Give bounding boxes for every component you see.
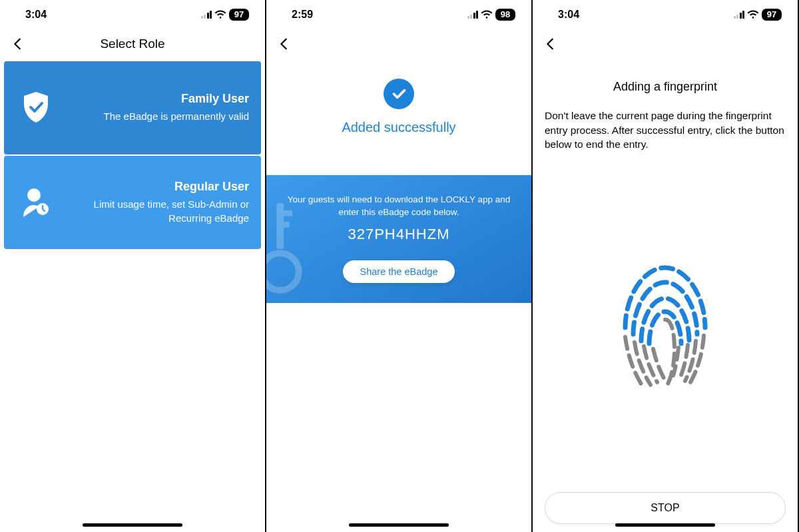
chevron-left-icon [11,37,25,51]
role-title: Regular User [56,180,249,194]
status-bar: 3:04 97 [533,0,798,29]
user-clock-icon [16,186,56,218]
svg-rect-4 [276,222,289,228]
ebadge-code: 327PH4HHZM [282,226,515,243]
check-circle-icon [384,79,414,109]
nav-header [533,29,798,59]
wifi-icon [214,10,226,19]
nav-header [266,29,531,59]
chevron-left-icon [543,37,558,51]
home-indicator [349,523,449,527]
status-bar: 3:04 97 [0,0,265,29]
status-time: 3:04 [25,9,47,21]
cellular-icon [734,11,745,19]
screen-added-success: 2:59 98 Added successfully Your guests w… [266,0,533,532]
wifi-icon [747,10,759,19]
role-subtitle: Limit usage time, set Sub-Admin or Recur… [56,198,249,225]
status-time: 2:59 [292,9,313,21]
role-card-regular[interactable]: Regular User Limit usage time, set Sub-A… [4,156,261,249]
home-indicator [83,523,182,527]
battery-icon: 97 [762,9,782,21]
battery-icon: 98 [495,9,515,21]
success-title: Added successfully [266,120,531,135]
back-button[interactable] [543,35,561,53]
home-indicator [615,523,715,527]
status-indicators: 97 [734,9,782,21]
svg-point-0 [27,188,41,202]
fingerprint-instruction: Don't leave the current page during the … [545,109,786,152]
cellular-icon [201,11,212,19]
back-button[interactable] [11,35,28,53]
ebadge-panel: Your guests will need to download the LO… [266,175,531,303]
fingerprint-title: Adding a fingerprint [545,80,786,94]
stop-button[interactable]: STOP [545,492,786,524]
battery-icon: 97 [229,9,249,21]
screen-select-role: 3:04 97 Select Role Family User The eBad… [0,0,266,532]
nav-header: Select Role [0,29,265,59]
share-ebadge-button[interactable]: Share the eBadge [343,260,455,283]
cellular-icon [467,11,479,19]
back-button[interactable] [277,35,294,53]
fingerprint-icon [545,152,786,492]
status-time: 3:04 [558,9,579,21]
wifi-icon [481,10,493,19]
page-title: Select Role [0,37,265,51]
role-title: Family User [56,92,249,106]
status-indicators: 97 [201,9,250,21]
role-card-family[interactable]: Family User The eBadge is permanently va… [4,61,261,154]
chevron-left-icon [277,37,292,51]
status-indicators: 98 [467,9,516,21]
panel-instruction: Your guests will need to download the LO… [282,194,515,219]
svg-point-5 [266,253,299,290]
role-subtitle: The eBadge is permanently valid [56,110,249,123]
shield-check-icon [16,91,56,125]
screen-add-fingerprint: 3:04 97 Adding a fingerprint Don't leave… [533,0,799,532]
status-bar: 2:59 98 [266,0,531,29]
